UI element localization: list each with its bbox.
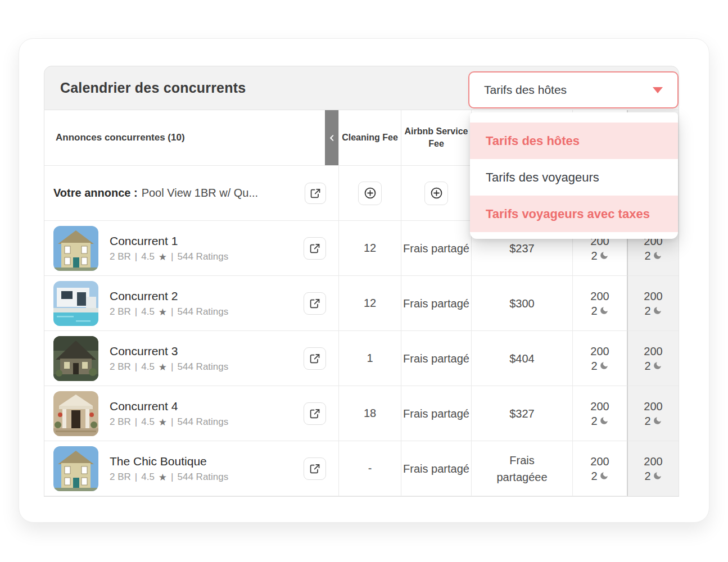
table-row: The Chic Boutique 2 BR | 4.5 ★ | 544 Rat…	[44, 441, 679, 496]
table-row: Concurrent 2 2 BR | 4.5 ★ | 544 Ratings …	[44, 276, 679, 331]
listing-cell: The Chic Boutique 2 BR | 4.5 ★ | 544 Rat…	[44, 441, 339, 496]
page-title: Calendrier des concurrents	[60, 80, 246, 96]
listing-details: 2 BR | 4.5 ★ | 544 Ratings	[110, 472, 228, 483]
moon-icon	[653, 471, 662, 481]
table-row: Concurrent 4 2 BR | 4.5 ★ | 544 Ratings …	[44, 386, 679, 441]
star-icon: ★	[159, 307, 167, 317]
cleaning-fee-cell: 12	[339, 276, 401, 331]
rate-type-select[interactable]: Tarifs des hôtes	[468, 71, 679, 108]
nights-value: 200	[644, 399, 662, 414]
nights-value: 200	[644, 289, 662, 303]
your-listing-label: Votre annonce :	[53, 187, 138, 200]
beds-label: 2 BR	[110, 251, 131, 262]
rating-value: 4.5	[141, 306, 155, 318]
listing-cell: Concurrent 3 2 BR | 4.5 ★ | 544 Ratings	[44, 331, 339, 386]
listing-cell: Concurrent 4 2 BR | 4.5 ★ | 544 Ratings	[44, 386, 339, 441]
menu-item-tarifs-des-hotes[interactable]: Tarifs des hôtes	[470, 123, 678, 159]
menu-item-tarifs-voyageurs-avec-taxes[interactable]: Tarifs voyageurs avec taxes	[470, 196, 678, 232]
listing-cell: Concurrent 2 2 BR | 4.5 ★ | 544 Ratings	[44, 276, 339, 331]
price-cell: $404	[472, 331, 573, 386]
separator: |	[171, 472, 173, 483]
open-listing-button[interactable]	[304, 347, 326, 370]
add-cleaning-fee-button[interactable]	[358, 182, 382, 205]
listings-header-label: Annonces concurrentes (10)	[56, 132, 185, 144]
nights-count: 2	[591, 414, 597, 428]
moon-icon	[653, 251, 662, 260]
cleaning-fee-cell: 18	[339, 386, 401, 441]
nights-count: 2	[591, 248, 597, 263]
price-cell: $300	[472, 276, 573, 331]
your-cleaning-fee-cell	[339, 166, 401, 221]
nights-a-cell: 200 2	[573, 276, 628, 331]
listing-details: 2 BR | 4.5 ★ | 544 Ratings	[110, 361, 228, 373]
rate-type-selected-value: Tarifs des hôtes	[484, 83, 567, 97]
listing-cell: Concurrent 1 2 BR | 4.5 ★ | 544 Ratings	[44, 221, 339, 276]
nights-count: 2	[644, 469, 650, 483]
separator: |	[171, 306, 173, 318]
listing-details: 2 BR | 4.5 ★ | 544 Ratings	[110, 251, 228, 262]
rating-value: 4.5	[141, 472, 155, 483]
table-row: Concurrent 3 2 BR | 4.5 ★ | 544 Ratings …	[44, 331, 679, 386]
rating-value: 4.5	[141, 251, 155, 262]
nights-count: 2	[644, 414, 650, 428]
listing-photo	[53, 281, 98, 326]
service-fee-cell: Frais partagé	[401, 221, 472, 276]
external-link-icon	[309, 353, 320, 364]
listing-name: The Chic Boutique	[110, 454, 228, 469]
beds-label: 2 BR	[110, 306, 131, 318]
service-fee-cell: Frais partagé	[401, 386, 472, 441]
rating-value: 4.5	[141, 416, 155, 428]
nights-b-cell: 200 2	[628, 331, 679, 386]
moon-icon	[599, 416, 609, 425]
listing-name: Concurrent 4	[110, 399, 228, 414]
nights-b-cell: 200 2	[628, 386, 679, 441]
listing-photo	[53, 446, 98, 491]
moon-icon	[653, 306, 662, 315]
your-listing-name: Pool View 1BR w/ Qu...	[142, 187, 259, 200]
separator: |	[171, 361, 173, 373]
service-fee-cell: Frais partagé	[401, 331, 472, 386]
nights-count: 2	[591, 359, 597, 373]
nights-a-cell: 200 2	[573, 386, 628, 441]
cleaning-fee-cell: 1	[339, 331, 401, 386]
listing-photo	[53, 391, 98, 436]
nights-b-cell: 200 2	[628, 276, 679, 331]
open-listing-button[interactable]	[304, 292, 326, 315]
nights-a-cell: 200 2	[573, 331, 628, 386]
listing-name: Concurrent 1	[110, 234, 228, 248]
menu-item-tarifs-des-voyageurs[interactable]: Tarifs des voyageurs	[470, 159, 678, 196]
service-fee-cell: Frais partagé	[401, 276, 472, 331]
separator: |	[135, 251, 137, 262]
open-your-listing-button[interactable]	[305, 183, 326, 204]
moon-icon	[653, 361, 662, 370]
beds-label: 2 BR	[110, 361, 131, 373]
moon-icon	[599, 251, 609, 260]
moon-icon	[599, 361, 609, 370]
open-listing-button[interactable]	[304, 457, 326, 480]
separator: |	[135, 306, 137, 318]
open-listing-button[interactable]	[304, 237, 326, 260]
open-listing-button[interactable]	[304, 402, 326, 425]
listing-name: Concurrent 2	[110, 289, 228, 303]
nights-value: 200	[644, 454, 662, 469]
external-link-icon	[309, 408, 320, 419]
external-link-icon	[310, 188, 321, 199]
collapse-columns-button[interactable]	[325, 110, 338, 165]
nights-count: 2	[644, 303, 650, 318]
your-listing-cell: Votre annonce : Pool View 1BR w/ Qu...	[44, 166, 339, 221]
star-icon: ★	[159, 362, 167, 372]
service-fee-header: Airbnb Service Fee	[401, 110, 472, 166]
listing-name: Concurrent 3	[110, 344, 228, 359]
reviews-label: 544 Ratings	[178, 472, 229, 483]
external-link-icon	[309, 243, 320, 254]
chevron-left-icon	[328, 134, 336, 142]
chevron-down-icon	[653, 87, 663, 93]
service-fee-cell: Frais partagé	[401, 441, 472, 496]
add-service-fee-button[interactable]	[424, 182, 448, 205]
moon-icon	[653, 416, 662, 425]
nights-value: 200	[590, 399, 609, 414]
separator: |	[135, 416, 137, 428]
star-icon: ★	[159, 473, 167, 482]
separator: |	[135, 361, 137, 373]
external-link-icon	[309, 463, 320, 474]
